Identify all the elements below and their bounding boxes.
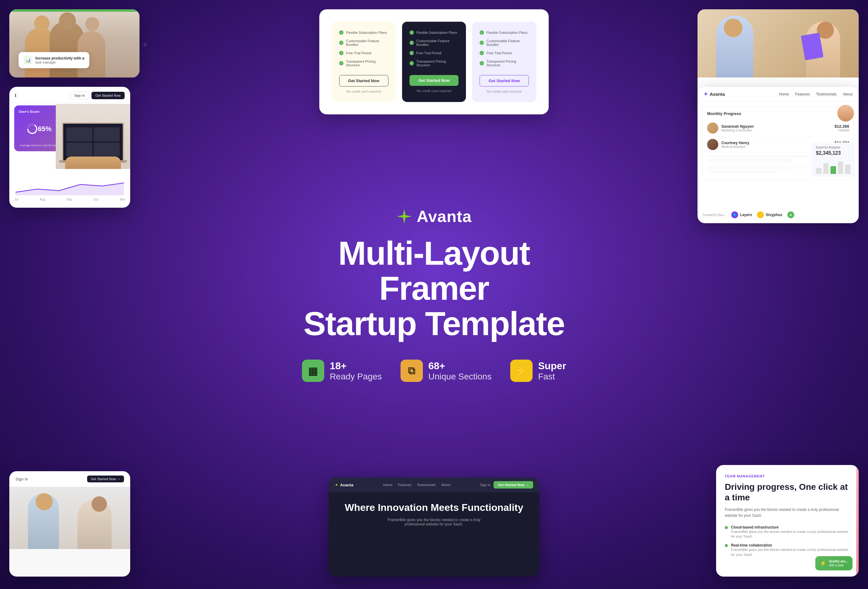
dashboard-header: t Sign In Get Started Now bbox=[9, 87, 130, 103]
nav-about[interactable]: About bbox=[843, 92, 852, 96]
brand-name: Avanta bbox=[417, 207, 471, 226]
card-app-preview: ✦ Avanta Home Features Testimonials Abou… bbox=[698, 87, 859, 223]
bc-nav-home[interactable]: Home bbox=[383, 483, 392, 487]
person-name-1: Savannah Nguyen bbox=[721, 124, 831, 128]
check-icon: ✓ bbox=[409, 61, 414, 65]
sections-icon: ⧉ bbox=[408, 365, 415, 377]
quality-badge: ⚡ Quality ass... with a task bbox=[815, 556, 852, 570]
feature-speed-text: Super Fast bbox=[538, 360, 566, 382]
logo-sisyphus: ⚡ Sisyphus bbox=[757, 211, 782, 218]
br-feat-cloud: Cloud-based infrastructure FramerBite gi… bbox=[731, 525, 850, 539]
bc-nav-testimonials[interactable]: Testimonials bbox=[417, 483, 436, 487]
pricing-feature: ✓ Transparent Pricing Structure bbox=[409, 59, 459, 67]
score-title: User's Score bbox=[19, 110, 59, 114]
check-icon: ✓ bbox=[480, 51, 484, 55]
center-content: Avanta Multi-Layout FramerStartup Templa… bbox=[294, 207, 574, 382]
feature-sections: ⧉ 68+ Unique Sections bbox=[400, 360, 492, 382]
check-icon: ✓ bbox=[339, 41, 344, 45]
pricing-cta-pro[interactable]: Get Started Now bbox=[409, 75, 459, 86]
speed-icon-box: ⚡ bbox=[510, 360, 533, 382]
card-dashboard: t Sign In Get Started Now User's Score 6… bbox=[9, 87, 130, 208]
sign-in-btn[interactable]: Sign In bbox=[70, 92, 89, 99]
pricing-tier-enterprise: ✓ Flexible Subscription Plans ✓ Customiz… bbox=[472, 22, 536, 102]
nav-home[interactable]: Home bbox=[779, 92, 789, 96]
pages-count: 18+ bbox=[330, 360, 382, 372]
get-started-btn[interactable]: Get Started Now bbox=[92, 92, 125, 99]
qb-bolt-icon: ⚡ bbox=[820, 560, 827, 567]
pricing-tier-basic: ✓ Flexible Subscription Plans ✓ Customiz… bbox=[332, 22, 396, 102]
bc-signin[interactable]: Sign in bbox=[480, 483, 491, 487]
bl-get-started-btn[interactable]: Get Started Now → bbox=[87, 475, 124, 482]
check-icon: ✓ bbox=[339, 30, 344, 35]
profile-avatar bbox=[836, 104, 855, 123]
bc-hero-desc: FramerBite gives you the blocks needed t… bbox=[381, 518, 487, 526]
nav-features[interactable]: Features bbox=[795, 92, 810, 96]
pricing-feature: ✓ Flexible Subscription Plans bbox=[480, 30, 529, 35]
task-icon: 📊 bbox=[24, 56, 32, 65]
no-credit-enterprise: No credit card required bbox=[480, 90, 529, 93]
score-circle: 65% bbox=[27, 117, 52, 141]
br-feat-cloud-desc: FramerBite gives you the blocks needed t… bbox=[731, 530, 850, 539]
person-avatar-1 bbox=[707, 123, 718, 134]
feature-pages: ▦ 18+ Ready Pages bbox=[302, 360, 382, 382]
pricing-feature: ✓ Flexible Subscription Plans bbox=[409, 30, 459, 35]
app-logo-star: ✦ bbox=[704, 91, 708, 97]
no-credit-basic: No credit card required bbox=[339, 90, 388, 93]
bc-nav-links: Home Features Testimonials About bbox=[383, 483, 450, 487]
pricing-feature: ✓ Free Trial Period bbox=[339, 51, 388, 55]
pricing-feature: ✓ Transparent Pricing Structure bbox=[480, 59, 529, 67]
br-dot-collab bbox=[725, 544, 728, 547]
br-dot-cloud bbox=[725, 526, 728, 529]
layers-icon: 🔷 bbox=[731, 211, 738, 218]
pricing-feature: ✓ Transparent Pricing Structure bbox=[339, 59, 388, 67]
speed-icon: ⚡ bbox=[515, 365, 528, 377]
chart-area: JulAugSepOctNov bbox=[9, 177, 130, 208]
expense-panel: Expense Analysis $2,345,123 bbox=[812, 143, 855, 177]
check-icon: ✓ bbox=[480, 61, 484, 65]
bc-cta-btn[interactable]: Get Started Now → bbox=[493, 481, 533, 489]
person-amount-1: $12,399 Fairfield bbox=[834, 124, 849, 132]
bc-nav-about[interactable]: About bbox=[441, 483, 450, 487]
bc-nav: ✦ Avanta Home Features Testimonials Abou… bbox=[329, 477, 539, 492]
check-icon: ✓ bbox=[339, 61, 344, 65]
check-icon: ✓ bbox=[409, 51, 414, 55]
pink-accent-strip bbox=[856, 465, 859, 577]
card-pricing: ✓ Flexible Subscription Plans ✓ Customiz… bbox=[319, 9, 549, 114]
score-subtitle: Average Score In Last 30 Days bbox=[19, 144, 59, 147]
task-tooltip: 📊 Increase productivity with a task mana… bbox=[19, 52, 89, 68]
nav-testimonials[interactable]: Testimonials bbox=[816, 92, 837, 96]
app-brand-name: Avanta bbox=[710, 92, 725, 97]
check-icon: ✓ bbox=[339, 51, 344, 55]
bc-nav-features[interactable]: Features bbox=[398, 483, 411, 487]
pricing-cta-enterprise[interactable]: Get Started Now bbox=[480, 75, 529, 87]
trusted-text: Trusted by thou... bbox=[703, 213, 726, 217]
pricing-cta-basic[interactable]: Get Started Now bbox=[339, 75, 388, 87]
bc-brand-name: Avanta bbox=[340, 483, 353, 487]
no-credit-pro: No credit card required bbox=[409, 89, 459, 93]
check-icon: ✓ bbox=[409, 41, 414, 45]
pricing-feature: ✓ Customizable Feature Bundles bbox=[480, 39, 529, 46]
app-nav: Home Features Testimonials About bbox=[779, 92, 852, 96]
speed-sublabel: Fast bbox=[538, 372, 566, 382]
sisyphus-icon: ⚡ bbox=[757, 211, 764, 218]
pricing-feature: ✓ Flexible Subscription Plans bbox=[339, 30, 388, 35]
person-role-1: Marketing Coordinator bbox=[721, 128, 831, 132]
logo-other: ● bbox=[787, 211, 794, 218]
pages-icon-box: ▦ bbox=[302, 360, 324, 382]
app-header: ✦ Avanta Home Features Testimonials Abou… bbox=[698, 87, 859, 102]
br-feat-collab: Real-time collaboration FramerBite gives… bbox=[731, 543, 850, 557]
sections-label: Unique Sections bbox=[428, 372, 492, 382]
pages-label: Ready Pages bbox=[330, 372, 382, 382]
card-bottom-left: Sign In Get Started Now → bbox=[9, 471, 130, 577]
pricing-feature: ✓ Free Trial Period bbox=[480, 51, 529, 55]
pricing-tier-pro: ✓ Flexible Subscription Plans ✓ Customiz… bbox=[402, 22, 466, 102]
br-desc: FramerBite gives you the blocks needed t… bbox=[725, 507, 850, 519]
person-row-1: Savannah Nguyen Marketing Coordinator $1… bbox=[707, 120, 849, 136]
qb-title: Quality ass... bbox=[829, 559, 848, 563]
brand-logos: Trusted by thou... 🔷 Layers ⚡ Sisyphus ● bbox=[703, 211, 794, 218]
br-feature-cloud: Cloud-based infrastructure FramerBite gi… bbox=[725, 525, 850, 539]
logo-layers: 🔷 Layers bbox=[731, 211, 752, 218]
person-avatar-2 bbox=[707, 139, 718, 150]
mp-header: Monthly Progress ··· bbox=[707, 111, 849, 116]
br-feat-collab-title: Real-time collaboration bbox=[731, 543, 850, 548]
